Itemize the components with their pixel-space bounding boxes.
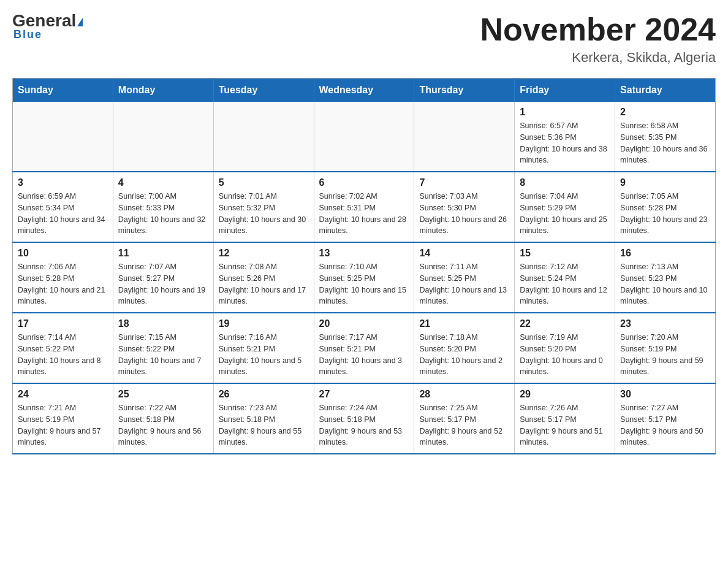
day-number: 19 (219, 318, 309, 329)
calendar-cell: 12Sunrise: 7:08 AM Sunset: 5:26 PM Dayli… (213, 242, 314, 313)
day-info: Sunrise: 7:25 AM Sunset: 5:17 PM Dayligh… (419, 402, 509, 448)
day-info: Sunrise: 7:19 AM Sunset: 5:20 PM Dayligh… (520, 332, 610, 378)
day-info: Sunrise: 7:06 AM Sunset: 5:28 PM Dayligh… (18, 261, 108, 307)
day-number: 20 (319, 318, 409, 329)
day-info: Sunrise: 7:17 AM Sunset: 5:21 PM Dayligh… (319, 332, 409, 378)
calendar-cell: 1Sunrise: 6:57 AM Sunset: 5:36 PM Daylig… (515, 102, 615, 172)
day-info: Sunrise: 7:24 AM Sunset: 5:18 PM Dayligh… (319, 402, 409, 448)
calendar-weekday-wednesday: Wednesday (314, 79, 414, 102)
day-number: 5 (219, 177, 309, 188)
day-number: 14 (419, 248, 509, 259)
calendar-weekday-monday: Monday (113, 79, 213, 102)
calendar-cell: 25Sunrise: 7:22 AM Sunset: 5:18 PM Dayli… (113, 383, 213, 454)
day-number: 10 (18, 248, 108, 259)
day-number: 2 (620, 107, 710, 118)
calendar-cell: 3Sunrise: 6:59 AM Sunset: 5:34 PM Daylig… (13, 172, 113, 242)
calendar-weekday-thursday: Thursday (414, 79, 515, 102)
logo-main-text: General (12, 12, 83, 29)
calendar-cell: 21Sunrise: 7:18 AM Sunset: 5:20 PM Dayli… (414, 313, 515, 383)
day-number: 22 (520, 318, 610, 329)
day-info: Sunrise: 7:04 AM Sunset: 5:29 PM Dayligh… (520, 191, 610, 237)
calendar-cell (414, 102, 515, 172)
calendar-weekday-saturday: Saturday (615, 79, 716, 102)
calendar-cell: 2Sunrise: 6:58 AM Sunset: 5:35 PM Daylig… (615, 102, 716, 172)
day-info: Sunrise: 7:00 AM Sunset: 5:33 PM Dayligh… (118, 191, 208, 237)
day-info: Sunrise: 6:57 AM Sunset: 5:36 PM Dayligh… (520, 120, 610, 166)
calendar-cell: 17Sunrise: 7:14 AM Sunset: 5:22 PM Dayli… (13, 313, 113, 383)
day-number: 27 (319, 389, 409, 400)
day-number: 13 (319, 248, 409, 259)
calendar-cell: 16Sunrise: 7:13 AM Sunset: 5:23 PM Dayli… (615, 242, 716, 313)
calendar-header-row: SundayMondayTuesdayWednesdayThursdayFrid… (13, 79, 716, 102)
day-number: 21 (419, 318, 509, 329)
calendar-cell: 9Sunrise: 7:05 AM Sunset: 5:28 PM Daylig… (615, 172, 716, 242)
calendar-cell: 10Sunrise: 7:06 AM Sunset: 5:28 PM Dayli… (13, 242, 113, 313)
calendar-cell: 14Sunrise: 7:11 AM Sunset: 5:25 PM Dayli… (414, 242, 515, 313)
day-number: 12 (219, 248, 309, 259)
calendar-cell: 30Sunrise: 7:27 AM Sunset: 5:17 PM Dayli… (615, 383, 716, 454)
calendar-cell: 28Sunrise: 7:25 AM Sunset: 5:17 PM Dayli… (414, 383, 515, 454)
title-section: November 2024 Kerkera, Skikda, Algeria (480, 12, 716, 66)
day-number: 28 (419, 389, 509, 400)
month-title: November 2024 (480, 12, 716, 47)
day-number: 9 (620, 177, 710, 188)
calendar-cell: 4Sunrise: 7:00 AM Sunset: 5:33 PM Daylig… (113, 172, 213, 242)
calendar-cell (314, 102, 414, 172)
calendar-weekday-friday: Friday (515, 79, 615, 102)
calendar-cell: 5Sunrise: 7:01 AM Sunset: 5:32 PM Daylig… (213, 172, 314, 242)
calendar-cell: 8Sunrise: 7:04 AM Sunset: 5:29 PM Daylig… (515, 172, 615, 242)
calendar-week-1: 1Sunrise: 6:57 AM Sunset: 5:36 PM Daylig… (13, 102, 716, 172)
day-number: 18 (118, 318, 208, 329)
day-number: 11 (118, 248, 208, 259)
day-number: 16 (620, 248, 710, 259)
day-info: Sunrise: 6:58 AM Sunset: 5:35 PM Dayligh… (620, 120, 710, 166)
day-info: Sunrise: 7:13 AM Sunset: 5:23 PM Dayligh… (620, 261, 710, 307)
day-info: Sunrise: 7:07 AM Sunset: 5:27 PM Dayligh… (118, 261, 208, 307)
day-info: Sunrise: 7:14 AM Sunset: 5:22 PM Dayligh… (18, 332, 108, 378)
day-info: Sunrise: 7:27 AM Sunset: 5:17 PM Dayligh… (620, 402, 710, 448)
day-info: Sunrise: 7:05 AM Sunset: 5:28 PM Dayligh… (620, 191, 710, 237)
day-info: Sunrise: 6:59 AM Sunset: 5:34 PM Dayligh… (18, 191, 108, 237)
calendar-cell: 13Sunrise: 7:10 AM Sunset: 5:25 PM Dayli… (314, 242, 414, 313)
day-number: 23 (620, 318, 710, 329)
day-info: Sunrise: 7:23 AM Sunset: 5:18 PM Dayligh… (219, 402, 309, 448)
calendar-weekday-tuesday: Tuesday (213, 79, 314, 102)
day-number: 3 (18, 177, 108, 188)
page-header: General Blue November 2024 Kerkera, Skik… (12, 12, 716, 66)
calendar-cell: 20Sunrise: 7:17 AM Sunset: 5:21 PM Dayli… (314, 313, 414, 383)
day-number: 17 (18, 318, 108, 329)
day-number: 26 (219, 389, 309, 400)
day-number: 8 (520, 177, 610, 188)
calendar-cell: 24Sunrise: 7:21 AM Sunset: 5:19 PM Dayli… (13, 383, 113, 454)
day-number: 7 (419, 177, 509, 188)
day-number: 25 (118, 389, 208, 400)
calendar-cell: 7Sunrise: 7:03 AM Sunset: 5:30 PM Daylig… (414, 172, 515, 242)
calendar-week-2: 3Sunrise: 6:59 AM Sunset: 5:34 PM Daylig… (13, 172, 716, 242)
calendar-week-5: 24Sunrise: 7:21 AM Sunset: 5:19 PM Dayli… (13, 383, 716, 454)
day-info: Sunrise: 7:22 AM Sunset: 5:18 PM Dayligh… (118, 402, 208, 448)
day-info: Sunrise: 7:12 AM Sunset: 5:24 PM Dayligh… (520, 261, 610, 307)
day-info: Sunrise: 7:02 AM Sunset: 5:31 PM Dayligh… (319, 191, 409, 237)
day-info: Sunrise: 7:21 AM Sunset: 5:19 PM Dayligh… (18, 402, 108, 448)
calendar-cell: 27Sunrise: 7:24 AM Sunset: 5:18 PM Dayli… (314, 383, 414, 454)
day-number: 1 (520, 107, 610, 118)
calendar-cell: 19Sunrise: 7:16 AM Sunset: 5:21 PM Dayli… (213, 313, 314, 383)
day-number: 15 (520, 248, 610, 259)
day-info: Sunrise: 7:08 AM Sunset: 5:26 PM Dayligh… (219, 261, 309, 307)
day-info: Sunrise: 7:10 AM Sunset: 5:25 PM Dayligh… (319, 261, 409, 307)
calendar-cell: 29Sunrise: 7:26 AM Sunset: 5:17 PM Dayli… (515, 383, 615, 454)
calendar-cell: 18Sunrise: 7:15 AM Sunset: 5:22 PM Dayli… (113, 313, 213, 383)
day-info: Sunrise: 7:16 AM Sunset: 5:21 PM Dayligh… (219, 332, 309, 378)
calendar-cell: 11Sunrise: 7:07 AM Sunset: 5:27 PM Dayli… (113, 242, 213, 313)
day-number: 29 (520, 389, 610, 400)
calendar-weekday-sunday: Sunday (13, 79, 113, 102)
calendar-cell: 15Sunrise: 7:12 AM Sunset: 5:24 PM Dayli… (515, 242, 615, 313)
day-info: Sunrise: 7:20 AM Sunset: 5:19 PM Dayligh… (620, 332, 710, 378)
calendar-table: SundayMondayTuesdayWednesdayThursdayFrid… (12, 78, 716, 454)
day-info: Sunrise: 7:26 AM Sunset: 5:17 PM Dayligh… (520, 402, 610, 448)
day-info: Sunrise: 7:03 AM Sunset: 5:30 PM Dayligh… (419, 191, 509, 237)
day-info: Sunrise: 7:18 AM Sunset: 5:20 PM Dayligh… (419, 332, 509, 378)
day-info: Sunrise: 7:11 AM Sunset: 5:25 PM Dayligh… (419, 261, 509, 307)
calendar-cell: 23Sunrise: 7:20 AM Sunset: 5:19 PM Dayli… (615, 313, 716, 383)
day-number: 4 (118, 177, 208, 188)
